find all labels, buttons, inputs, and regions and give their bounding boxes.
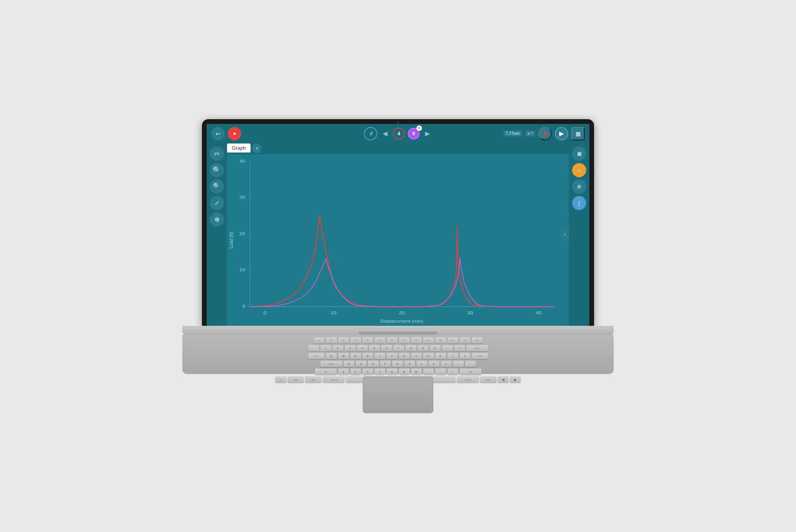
key-shift-r[interactable]: shift (460, 369, 482, 375)
key-command-r[interactable]: command (457, 376, 479, 383)
key-f4[interactable]: F4 (362, 337, 373, 343)
key-esc[interactable]: esc (314, 337, 325, 343)
stats-button[interactable]: ∫ (572, 196, 586, 210)
key-k[interactable]: K (429, 361, 440, 367)
record-sensor-button[interactable]: ■ (228, 127, 241, 140)
key-tab[interactable]: tab (308, 353, 325, 359)
key-9[interactable]: 9 (418, 345, 429, 351)
key-command-l[interactable]: command (323, 376, 345, 383)
key-f1[interactable]: F1 (326, 337, 337, 343)
key-8[interactable]: 8 (405, 345, 416, 351)
nav-left-arrow[interactable]: ◀ (380, 129, 390, 138)
key-arrow-right[interactable]: ▶ (510, 376, 521, 383)
record-button[interactable]: ⏺ (538, 127, 552, 140)
key-e[interactable]: E (350, 353, 361, 359)
key-bracket-l[interactable]: [ (447, 353, 458, 359)
key-z[interactable]: Z (338, 369, 349, 375)
key-s[interactable]: S (356, 361, 367, 367)
key-7[interactable]: 7 (393, 345, 404, 351)
panel-button[interactable]: ▦ (571, 127, 585, 140)
key-comma[interactable]: , (423, 369, 434, 375)
key-y[interactable]: Y (387, 353, 398, 359)
key-d[interactable]: D (368, 361, 379, 367)
tab-close-button[interactable]: × (252, 143, 262, 153)
key-equal[interactable]: = (454, 345, 465, 351)
key-w[interactable]: W (338, 353, 349, 359)
key-option[interactable]: option (305, 376, 322, 383)
key-u[interactable]: U (399, 353, 410, 359)
curve-fit-icon: ∩ (577, 167, 581, 173)
key-f10[interactable]: F10 (435, 337, 446, 343)
key-a[interactable]: A (343, 361, 354, 367)
key-f3[interactable]: F3 (350, 337, 361, 343)
key-b[interactable]: B (387, 369, 398, 375)
key-f5[interactable]: F5 (374, 337, 385, 343)
key-quote[interactable]: ' (465, 361, 476, 367)
key-o[interactable]: O (423, 353, 434, 359)
key-2[interactable]: 2 (333, 345, 343, 351)
key-option-r[interactable]: option (480, 376, 496, 383)
key-t[interactable]: T (374, 353, 385, 359)
key-period[interactable]: . (435, 369, 446, 375)
curve-fit-button[interactable]: ∩ (572, 163, 586, 177)
key-0[interactable]: 0 (430, 345, 441, 351)
graph-tab[interactable]: Graph (227, 143, 251, 153)
svg-text:40: 40 (536, 310, 542, 315)
key-q[interactable]: Q (326, 353, 337, 359)
key-n[interactable]: N (399, 369, 410, 375)
play-button[interactable]: ▶ (555, 127, 568, 140)
zoom-in-button[interactable]: 🔍 (210, 163, 224, 177)
expand-button[interactable]: ⤢ (210, 196, 224, 210)
key-h[interactable]: H (404, 361, 415, 367)
key-x[interactable]: X (350, 369, 361, 375)
key-4[interactable]: 4 (357, 345, 368, 351)
zoom-out-button[interactable]: 🔍 (210, 180, 224, 194)
touchpad[interactable] (363, 376, 433, 413)
table-view-button[interactable]: ▦ (572, 147, 586, 161)
key-slash[interactable]: / (447, 369, 458, 375)
key-3[interactable]: 3 (345, 345, 356, 351)
key-arrow-left[interactable]: ◀ (498, 376, 509, 383)
key-j[interactable]: J (416, 361, 427, 367)
key-f11[interactable]: F11 (447, 337, 458, 343)
key-semicolon[interactable]: ; (453, 361, 464, 367)
key-5[interactable]: 5 (369, 345, 380, 351)
key-control[interactable]: control (287, 376, 304, 383)
key-backtick[interactable] (308, 345, 319, 351)
key-f6[interactable]: F6 (387, 337, 398, 343)
key-return[interactable]: return (472, 353, 488, 359)
axis-scale-button[interactable]: y/x (210, 147, 224, 161)
step-4-button[interactable]: 4 (393, 128, 405, 140)
key-f9[interactable]: F9 (423, 337, 434, 343)
key-p[interactable]: P (435, 353, 446, 359)
step-5-button[interactable]: 5 1 (408, 128, 420, 140)
key-v[interactable]: V (374, 369, 385, 375)
key-f12[interactable]: F12 (460, 337, 471, 343)
key-capslock[interactable]: caps lock (320, 361, 342, 367)
key-minus[interactable]: - (442, 345, 453, 351)
key-l[interactable]: L (441, 361, 452, 367)
crosshair-button[interactable]: ⊕ (210, 212, 224, 227)
key-f[interactable]: F (380, 361, 391, 367)
collapse-right-panel[interactable]: › (561, 229, 569, 240)
velocity-button[interactable]: v⃗ (364, 127, 377, 140)
key-fn[interactable]: fn (275, 376, 286, 383)
key-m[interactable]: M (411, 369, 422, 375)
key-g[interactable]: G (392, 361, 403, 367)
key-r[interactable]: R (362, 353, 373, 359)
grid-button[interactable]: ⊞ (572, 180, 586, 194)
key-f2[interactable]: F2 (338, 337, 349, 343)
key-f8[interactable]: F8 (411, 337, 422, 343)
key-1[interactable]: 1 (320, 345, 331, 351)
nav-right-arrow[interactable]: ▶ (423, 129, 432, 138)
key-backspace[interactable]: delete (466, 345, 488, 351)
back-button[interactable]: ↩ (211, 127, 225, 140)
key-c[interactable]: C (362, 369, 373, 375)
key-shift-l[interactable]: shift (315, 369, 337, 375)
key-f7[interactable]: F7 (399, 337, 410, 343)
key-bracket-r[interactable]: ] (460, 353, 471, 359)
key-del[interactable]: del (472, 337, 483, 343)
svg-text:20: 20 (239, 231, 245, 236)
key-6[interactable]: 6 (381, 345, 392, 351)
key-i[interactable]: I (411, 353, 422, 359)
